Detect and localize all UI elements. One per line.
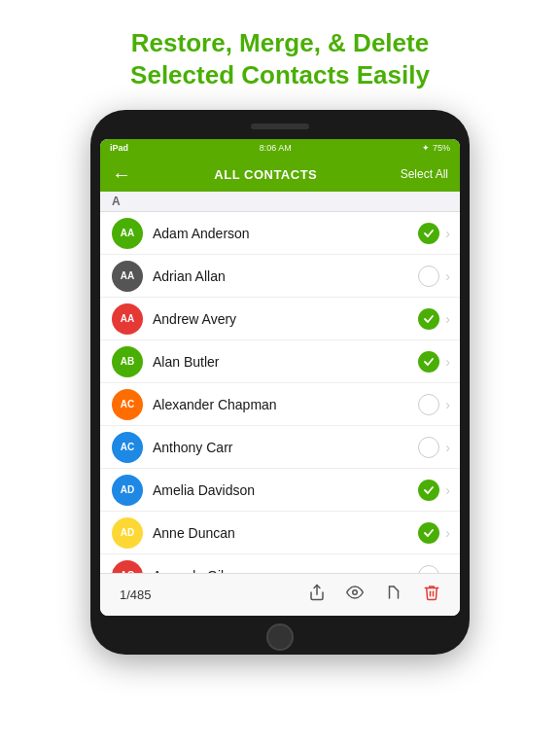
device-speaker	[251, 124, 309, 129]
check-icon[interactable]	[418, 351, 439, 373]
svg-line-4	[394, 587, 399, 591]
contact-row[interactable]: ADAmelia Davidson ›	[100, 469, 460, 512]
chevron-icon: ›	[445, 354, 450, 370]
check-icon[interactable]	[418, 223, 439, 244]
status-bar: iPad 8:06 AM ✦ 75%	[100, 139, 460, 157]
contact-row[interactable]: AAAdrian Allan›	[100, 255, 460, 298]
screen: iPad 8:06 AM ✦ 75% ← ALL CONTACTS Select…	[100, 139, 460, 616]
avatar: AA	[112, 218, 143, 249]
check-icon[interactable]	[418, 308, 439, 330]
avatar: AD	[112, 517, 143, 549]
chevron-icon: ›	[445, 397, 450, 412]
status-left: iPad	[110, 143, 128, 153]
empty-circle[interactable]	[418, 266, 439, 287]
avatar: AC	[112, 432, 143, 463]
contact-row[interactable]: AAAndrew Avery ›	[100, 298, 460, 340]
check-icon[interactable]	[418, 480, 439, 501]
delete-icon[interactable]	[423, 584, 440, 606]
chevron-icon: ›	[445, 226, 450, 241]
contact-name: Alexander Chapman	[153, 397, 418, 412]
contact-name: Adam Anderson	[153, 226, 418, 241]
check-icon[interactable]	[418, 522, 439, 544]
contact-row[interactable]: ACAnthony Carr›	[100, 426, 460, 469]
select-all-button[interactable]: Select All	[401, 167, 448, 181]
contact-name: Andrew Avery	[153, 311, 418, 327]
headline-line1: Restore, Merge, & Delete	[131, 28, 429, 57]
contact-list: AAAdam Anderson ›AAAdrian Allan›AAAndrew…	[100, 212, 460, 573]
empty-circle[interactable]	[418, 394, 439, 415]
eye-icon[interactable]	[345, 584, 365, 606]
home-button[interactable]	[266, 623, 294, 651]
share-icon[interactable]	[308, 584, 326, 606]
contact-row[interactable]: ADAnne Duncan ›	[100, 512, 460, 554]
chevron-icon: ›	[445, 311, 450, 327]
bottom-toolbar: 1/485	[100, 573, 460, 616]
avatar: AC	[112, 389, 143, 420]
avatar: AB	[112, 346, 143, 377]
status-right: ✦ 75%	[422, 143, 450, 153]
empty-circle[interactable]	[418, 565, 439, 574]
contact-row[interactable]: AAAdam Anderson ›	[100, 212, 460, 255]
chevron-icon: ›	[445, 268, 450, 284]
contact-name: Alan Butler	[153, 354, 418, 370]
device-bottom	[100, 623, 460, 651]
avatar: AA	[112, 261, 143, 292]
contact-name: Amelia Davidson	[153, 482, 418, 498]
nav-title: ALL CONTACTS	[214, 167, 317, 182]
page-wrapper: Restore, Merge, & Delete Selected Contac…	[0, 0, 560, 747]
toolbar-icons	[308, 584, 440, 606]
contact-count: 1/485	[120, 587, 152, 602]
avatar: AD	[112, 475, 143, 506]
chevron-icon: ›	[445, 440, 450, 455]
nav-bar: ← ALL CONTACTS Select All	[100, 157, 460, 192]
section-header-a: A	[100, 192, 460, 212]
merge-icon[interactable]	[384, 584, 403, 606]
contact-row[interactable]: AGAmanda Gibson›	[100, 554, 460, 573]
contact-name: Adrian Allan	[153, 268, 418, 284]
contact-row[interactable]: ACAlexander Chapman›	[100, 383, 460, 426]
contact-name: Anne Duncan	[153, 525, 418, 541]
chevron-icon: ›	[445, 525, 450, 541]
svg-point-1	[353, 590, 358, 595]
headline-line2: Selected Contacts Easily	[130, 60, 430, 89]
chevron-icon: ›	[445, 482, 450, 498]
status-center: 8:06 AM	[260, 143, 292, 153]
back-button[interactable]: ←	[112, 164, 131, 184]
contact-name: Anthony Carr	[153, 440, 418, 455]
empty-circle[interactable]	[418, 437, 439, 458]
headline: Restore, Merge, & Delete Selected Contac…	[91, 0, 469, 110]
avatar: AA	[112, 303, 143, 335]
avatar: AG	[112, 560, 143, 574]
device-frame: iPad 8:06 AM ✦ 75% ← ALL CONTACTS Select…	[90, 110, 470, 655]
contact-row[interactable]: ABAlan Butler ›	[100, 340, 460, 383]
